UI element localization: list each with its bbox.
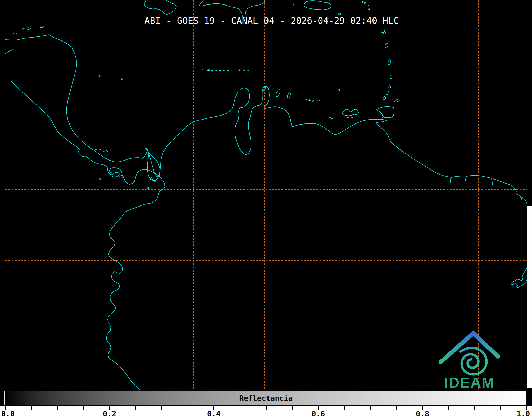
island xyxy=(362,1,363,2)
coastline-amazon-mouth-fragment xyxy=(511,268,527,288)
island xyxy=(40,26,43,28)
island xyxy=(202,69,203,70)
island xyxy=(312,100,313,101)
coastline-pacific-coast xyxy=(11,81,165,391)
coastlines xyxy=(5,0,527,391)
island xyxy=(293,5,294,6)
island xyxy=(110,173,112,174)
coastline-honduras-left-fragment xyxy=(5,49,13,54)
island xyxy=(383,32,386,34)
island xyxy=(154,180,156,181)
island xyxy=(389,85,391,89)
colorbar-tick-label: 0.2 xyxy=(103,410,116,417)
colorbar-tick xyxy=(370,406,371,410)
coastline-trinidad xyxy=(377,107,394,120)
colorbar-tick xyxy=(526,406,527,410)
right-edge-data-strip xyxy=(527,206,532,388)
island xyxy=(121,79,122,80)
island xyxy=(262,86,266,91)
island xyxy=(339,89,340,90)
colorbar-tick xyxy=(292,406,293,410)
colorbar-tick xyxy=(344,406,345,410)
island xyxy=(120,176,123,178)
island xyxy=(338,13,341,15)
islands xyxy=(14,1,498,356)
island xyxy=(111,172,120,178)
lat-lon-gridlines xyxy=(5,0,527,390)
colorbar-tick xyxy=(161,406,162,410)
colorbar-tick xyxy=(109,406,110,410)
island xyxy=(348,117,349,118)
island xyxy=(219,71,221,71)
colorbar-tick-label: 0.0 xyxy=(1,410,15,417)
colorbar-tick xyxy=(318,406,319,410)
map-canvas: IDEAM xyxy=(0,0,532,417)
island xyxy=(99,179,101,180)
colorbar-tick xyxy=(474,406,475,410)
colorbar-label: Reflectancia xyxy=(0,394,532,403)
colorbar-tick xyxy=(135,406,136,410)
island xyxy=(14,33,16,34)
colorbar-tick xyxy=(31,406,32,410)
island xyxy=(383,96,386,100)
ideam-logo: IDEAM xyxy=(441,333,498,391)
colorbar-tick xyxy=(83,406,84,410)
island xyxy=(99,76,100,77)
colorbar-tick-label: 0.6 xyxy=(312,410,325,417)
island xyxy=(247,70,248,71)
logo-hurricane-swirl-icon xyxy=(460,348,486,374)
colorbar-tick xyxy=(240,406,240,410)
island xyxy=(317,100,319,101)
coastline-margarita xyxy=(342,109,359,116)
colorbar-tick-label: 1.0 xyxy=(517,410,530,417)
island xyxy=(390,75,392,79)
coastline-puerto-rico xyxy=(304,1,331,10)
colorbar-tick-label: 0.4 xyxy=(207,410,221,417)
island xyxy=(275,89,281,97)
island xyxy=(331,118,332,119)
island xyxy=(148,187,149,189)
colorbar-tick xyxy=(5,406,6,410)
island xyxy=(223,70,225,71)
colorbar-tick xyxy=(448,406,449,410)
colorbar-tick xyxy=(213,406,214,410)
colorbar-tick xyxy=(422,406,423,410)
image-title: ABI - GOES 19 - CANAL 04 - 2026-04-29 02… xyxy=(0,15,532,26)
island xyxy=(328,2,330,3)
island xyxy=(215,70,217,71)
island xyxy=(305,99,307,100)
colorbar-tick xyxy=(396,406,397,410)
island xyxy=(369,9,370,10)
island xyxy=(243,70,244,71)
island xyxy=(309,100,310,101)
island xyxy=(239,70,240,71)
island xyxy=(287,92,291,99)
coastline-darien-fragments xyxy=(95,149,109,152)
logo-wordmark: IDEAM xyxy=(444,374,494,391)
colorbar-tick xyxy=(57,406,58,410)
colorbar-tick xyxy=(500,406,501,410)
coastline-caribbean-main-coast xyxy=(5,35,527,204)
island xyxy=(388,59,391,65)
island xyxy=(367,5,369,6)
island xyxy=(394,98,400,103)
colorbar-tick xyxy=(266,406,267,410)
island xyxy=(351,117,353,118)
island xyxy=(211,71,213,71)
island xyxy=(22,27,31,30)
island xyxy=(388,92,389,93)
colorbar-tick xyxy=(188,406,188,410)
island xyxy=(364,2,366,4)
island xyxy=(387,94,388,95)
satellite-image-figure: IDEAM ABI - GOES 19 - CANAL 04 - 2026-04… xyxy=(0,0,532,417)
colorbar-tick-label: 0.8 xyxy=(416,410,429,417)
coastline-jamaica xyxy=(144,0,176,15)
island xyxy=(329,117,330,118)
island xyxy=(207,70,210,71)
island xyxy=(227,71,229,71)
